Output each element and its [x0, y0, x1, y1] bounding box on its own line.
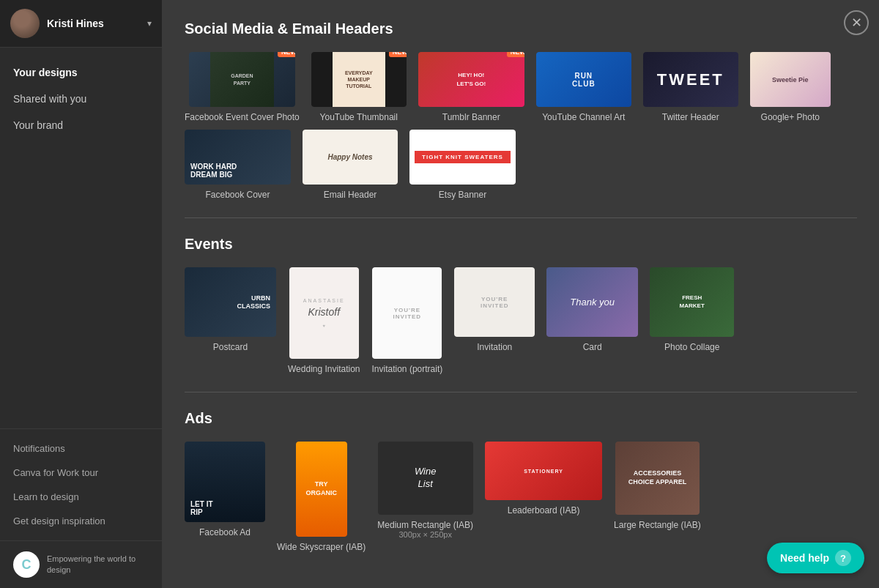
avatar	[10, 9, 40, 38]
avatar-image	[10, 9, 40, 38]
large-rectangle-label: Large Rectangle (IAB)	[614, 520, 701, 530]
sidebar-item-get-design-inspiration[interactable]: Get design inspiration	[0, 509, 162, 533]
help-icon: ?	[835, 550, 851, 566]
youtube-channel-art-label: YouTube Channel Art	[542, 112, 625, 122]
template-card[interactable]: Thank you Card	[546, 267, 638, 374]
youtube-thumbnail-thumb: NEW EVERYDAYMAKEUPTUTORIAL	[311, 52, 407, 107]
invitation-portrait-label: Invitation (portrait)	[372, 364, 443, 374]
main-content: ✕ Social Media & Email Headers NEW GARDE…	[163, 0, 879, 588]
photo-collage-label: Photo Collage	[664, 342, 719, 352]
template-postcard[interactable]: URBNCLASSICS Postcard	[185, 267, 276, 374]
template-facebook-cover[interactable]: WORK HARDDREAM BIG Facebook Cover	[185, 130, 291, 200]
social-media-section: Social Media & Email Headers NEW GARDENP…	[185, 21, 857, 200]
template-youtube-channel-art[interactable]: RUNCLUB YouTube Channel Art	[536, 52, 631, 122]
facebook-cover-label: Facebook Cover	[205, 190, 270, 200]
template-wedding-invitation[interactable]: ANASTASIE Kristoff ♥ Wedding Invitation	[288, 267, 360, 374]
google-plus-photo-label: Google+ Photo	[761, 112, 820, 122]
etsy-banner-label: Etsy Banner	[439, 190, 486, 200]
template-tumblr-banner[interactable]: NEW HEY! HO!LET'S GO! Tumblr Banner	[418, 52, 524, 122]
medium-rectangle-label: Medium Rectangle (IAB)	[377, 520, 473, 530]
template-facebook-event[interactable]: NEW GARDENPARTY Facebook Event Cover Pho…	[185, 52, 300, 122]
youtube-thumbnail-label: YouTube Thumbnail	[320, 112, 398, 122]
template-twitter-header[interactable]: TWEET Twitter Header	[643, 52, 738, 122]
card-thumb: Thank you	[546, 267, 638, 337]
large-rectangle-thumb: ACCESSORIESCHOICE APPAREL	[615, 442, 700, 515]
invitation-label: Invitation	[477, 342, 512, 352]
photo-collage-thumb: FRESHMARKET	[650, 267, 734, 337]
sidebar-footer: C Empowering the world to design	[0, 540, 162, 588]
ads-grid: LET ITRIP Facebook Ad TRYORGANIC Wide Sk…	[185, 442, 857, 552]
sidebar-header: Kristi Hines ▾	[0, 0, 162, 48]
medium-rectangle-sublabel: 300px × 250px	[398, 530, 451, 539]
sidebar-item-canva-for-work[interactable]: Canva for Work tour	[0, 461, 162, 485]
sidebar-item-shared-with-you[interactable]: Shared with you	[0, 86, 162, 112]
new-badge-yt: NEW	[389, 52, 407, 57]
social-media-grid-row2: WORK HARDDREAM BIG Facebook Cover Happy …	[185, 130, 857, 200]
card-label: Card	[583, 342, 602, 352]
new-badge-tumblr: NEW	[507, 52, 524, 57]
section-divider-2	[185, 392, 857, 392]
medium-rectangle-thumb: WineList	[378, 442, 473, 515]
footer-tagline: Empowering the world to design	[47, 554, 149, 576]
wide-skyscraper-thumb: TRYORGANIC	[296, 442, 347, 537]
section-divider-1	[185, 217, 857, 218]
twitter-header-label: Twitter Header	[662, 112, 719, 122]
template-photo-collage[interactable]: FRESHMARKET Photo Collage	[650, 267, 734, 374]
ads-section: Ads LET ITRIP Facebook Ad TRYORGANIC W	[185, 410, 857, 552]
help-button-label: Need help	[780, 552, 829, 564]
sidebar-item-your-brand[interactable]: Your brand	[0, 112, 162, 138]
wedding-invitation-label: Wedding Invitation	[288, 364, 360, 374]
sidebar-bottom-nav: Notifications Canva for Work tour Learn …	[0, 428, 162, 540]
wide-skyscraper-label: Wide Skyscraper (IAB)	[277, 542, 366, 552]
events-section: Events URBNCLASSICS Postcard ANASTASIE K…	[185, 236, 857, 374]
facebook-cover-thumb: WORK HARDDREAM BIG	[185, 130, 291, 185]
sidebar-item-learn-to-design[interactable]: Learn to design	[0, 485, 162, 509]
email-header-label: Email Header	[324, 190, 377, 200]
events-grid: URBNCLASSICS Postcard ANASTASIE Kristoff…	[185, 267, 857, 374]
social-media-grid: NEW GARDENPARTY Facebook Event Cover Pho…	[185, 52, 857, 122]
email-header-thumb: Happy Notes	[303, 130, 398, 185]
tumblr-banner-label: Tumblr Banner	[442, 112, 500, 122]
sidebar: Kristi Hines ▾ Your designs Shared with …	[0, 0, 163, 588]
template-invitation[interactable]: YOU'REINVITED Invitation	[454, 267, 535, 374]
facebook-event-thumb: NEW GARDENPARTY	[189, 52, 295, 107]
twitter-header-thumb: TWEET	[643, 52, 738, 107]
template-youtube-thumbnail[interactable]: NEW EVERYDAYMAKEUPTUTORIAL YouTube Thumb…	[311, 52, 407, 122]
youtube-channel-art-thumb: RUNCLUB	[536, 52, 631, 107]
sidebar-item-notifications[interactable]: Notifications	[0, 436, 162, 461]
wedding-invitation-thumb: ANASTASIE Kristoff ♥	[289, 267, 359, 359]
facebook-event-label: Facebook Event Cover Photo	[185, 112, 300, 122]
user-dropdown-icon[interactable]: ▾	[147, 18, 152, 29]
template-medium-rectangle[interactable]: WineList Medium Rectangle (IAB) 300px × …	[377, 442, 473, 552]
facebook-ad-thumb: LET ITRIP	[185, 442, 265, 522]
help-button[interactable]: Need help ?	[767, 543, 864, 573]
template-invitation-portrait[interactable]: YOU'REINVITED Invitation (portrait)	[372, 267, 443, 374]
sidebar-navigation: Your designs Shared with you Your brand	[0, 48, 162, 428]
invitation-thumb: YOU'REINVITED	[454, 267, 535, 337]
leaderboard-thumb: STATIONERY	[485, 442, 602, 500]
facebook-ad-label: Facebook Ad	[199, 527, 251, 537]
postcard-thumb: URBNCLASSICS	[185, 267, 276, 337]
ads-title: Ads	[185, 410, 857, 427]
user-name: Kristi Hines	[47, 18, 104, 29]
etsy-banner-thumb: TIGHT KNIT SWEATERS	[409, 130, 516, 185]
postcard-label: Postcard	[213, 342, 248, 352]
template-google-plus-photo[interactable]: Sweetie Pie Google+ Photo	[750, 52, 831, 122]
canva-logo: C	[13, 551, 40, 578]
sidebar-item-your-designs[interactable]: Your designs	[0, 59, 162, 86]
social-media-title: Social Media & Email Headers	[185, 21, 857, 37]
template-facebook-ad[interactable]: LET ITRIP Facebook Ad	[185, 442, 265, 552]
template-email-header[interactable]: Happy Notes Email Header	[303, 130, 398, 200]
google-plus-photo-thumb: Sweetie Pie	[750, 52, 831, 107]
new-badge: NEW	[278, 52, 295, 57]
template-wide-skyscraper[interactable]: TRYORGANIC Wide Skyscraper (IAB)	[277, 442, 366, 552]
template-large-rectangle[interactable]: ACCESSORIESCHOICE APPAREL Large Rectangl…	[614, 442, 701, 552]
template-etsy-banner[interactable]: TIGHT KNIT SWEATERS Etsy Banner	[409, 130, 516, 200]
close-button[interactable]: ✕	[844, 10, 869, 35]
leaderboard-label: Leaderboard (IAB)	[508, 505, 580, 516]
tumblr-banner-thumb: NEW HEY! HO!LET'S GO!	[418, 52, 524, 107]
template-leaderboard[interactable]: STATIONERY Leaderboard (IAB)	[485, 442, 602, 552]
events-title: Events	[185, 236, 857, 253]
invitation-portrait-thumb: YOU'REINVITED	[372, 267, 442, 359]
